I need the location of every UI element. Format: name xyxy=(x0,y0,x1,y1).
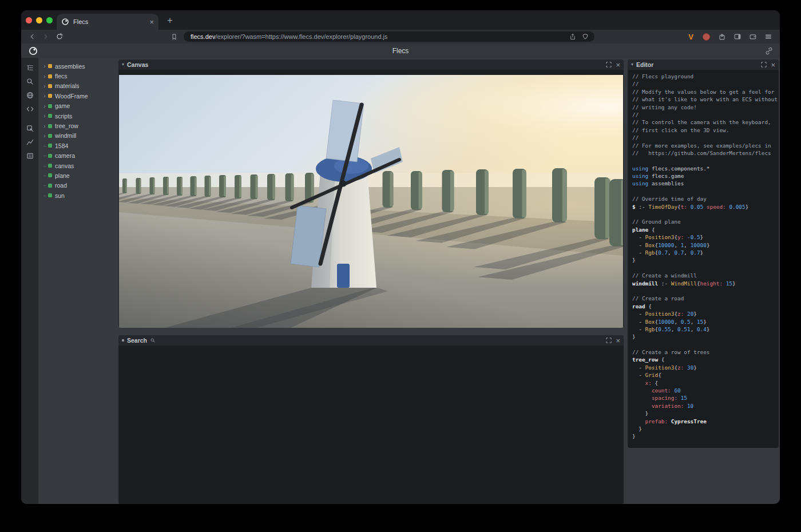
expand-chevron-icon[interactable]: › xyxy=(42,83,47,89)
extensions-menu-button[interactable] xyxy=(717,32,727,42)
expand-chevron-icon[interactable]: › xyxy=(42,93,47,99)
canvas-3d-scene[interactable] xyxy=(119,75,623,328)
editor-code[interactable]: // Flecs playground//// Modify the value… xyxy=(628,70,779,443)
wallet-icon xyxy=(749,33,757,41)
tree-item-canvas[interactable]: –canvas xyxy=(42,161,118,170)
code-token: height: xyxy=(700,280,726,287)
brave-vpn-button[interactable]: V xyxy=(686,32,696,42)
code-token: spacing: xyxy=(652,395,681,401)
reload-button[interactable] xyxy=(54,31,65,42)
tree-item-label: canvas xyxy=(55,162,74,169)
code-token: 30 xyxy=(687,364,693,371)
tree-item-game[interactable]: ›game xyxy=(42,101,118,111)
editor-close-icon[interactable]: × xyxy=(771,61,775,69)
new-tab-button[interactable]: + xyxy=(164,14,176,26)
brave-shields-button[interactable] xyxy=(581,32,590,41)
code-token: - xyxy=(632,249,645,256)
code-token: , xyxy=(684,242,690,248)
code-line: // For more examples, see examples/plecs… xyxy=(632,142,774,149)
sidebar-toggle-button[interactable] xyxy=(732,32,742,42)
collapse-dot-icon[interactable] xyxy=(122,339,124,342)
share-button[interactable] xyxy=(568,32,577,41)
expand-chevron-icon[interactable]: › xyxy=(42,133,47,139)
world-tab-button[interactable] xyxy=(23,90,36,100)
zoom-window-button[interactable] xyxy=(46,17,53,23)
expand-chevron-icon[interactable]: › xyxy=(42,113,47,119)
tab-close-icon[interactable]: × xyxy=(149,18,154,26)
tree-item-sun[interactable]: –sun xyxy=(42,190,118,200)
search-fullscreen-button[interactable] xyxy=(605,336,613,344)
tree-item-materials[interactable]: ›materials xyxy=(42,81,118,91)
close-window-button[interactable] xyxy=(26,17,32,23)
bookmark-button[interactable] xyxy=(169,31,179,42)
code-line: // writing any code! xyxy=(632,104,774,111)
expand-chevron-icon[interactable]: › xyxy=(42,73,47,80)
address-bar[interactable]: flecs.dev/explorer/?wasm=https://www.fle… xyxy=(184,31,594,42)
entity-tree: ›assemblies›flecs›materials›WoodFrame›ga… xyxy=(38,58,118,504)
browser-menu-button[interactable] xyxy=(763,32,773,42)
editor-tab-button[interactable] xyxy=(23,104,36,114)
expand-chevron-icon[interactable]: › xyxy=(42,123,47,129)
search-results-area[interactable] xyxy=(118,346,624,504)
canvas-panel-header[interactable]: ▾ Canvas × xyxy=(118,59,624,70)
back-button[interactable] xyxy=(27,31,37,42)
query-tab-button[interactable] xyxy=(23,76,36,86)
browser-tab-flecs[interactable]: Flecs × xyxy=(57,14,158,30)
code-token: 10000 xyxy=(658,319,674,325)
entity-square-icon xyxy=(48,193,52,197)
code-token: speed: xyxy=(707,204,729,210)
tree-item-label: assemblies xyxy=(55,63,85,70)
entity-square-icon xyxy=(48,184,52,188)
code-line: road { xyxy=(632,303,774,310)
tree-item-flecs[interactable]: ›flecs xyxy=(42,71,118,81)
tree-item-label: flecs xyxy=(55,73,68,80)
editor-fullscreen-button[interactable] xyxy=(760,61,768,69)
editor-panel-header[interactable]: ▾ Editor × xyxy=(628,59,779,70)
tree-item-label: WoodFrame xyxy=(55,93,88,100)
code-line: } xyxy=(632,256,774,264)
canvas-close-icon[interactable]: × xyxy=(616,61,620,69)
code-line: - Rgb{0.7, 0.7, 0.7} xyxy=(632,249,774,256)
code-token: 0.51 xyxy=(677,326,691,332)
memory-tab-button[interactable] xyxy=(23,150,36,161)
tree-item-scripts[interactable]: ›scripts xyxy=(42,111,118,121)
search-panel-header[interactable]: Search × xyxy=(118,335,624,346)
expand-chevron-icon[interactable]: › xyxy=(42,103,47,109)
code-line: } xyxy=(632,432,774,440)
tree-item-plane[interactable]: –plane xyxy=(42,170,118,180)
forward-button[interactable] xyxy=(41,31,51,42)
search-magnifier-icon xyxy=(150,338,156,343)
tree-item-label: sun xyxy=(55,192,65,199)
tree-item-tree_row[interactable]: ›tree_row xyxy=(42,121,118,130)
code-token: , xyxy=(684,249,690,256)
code-token: // To control the camera with the keyboa… xyxy=(632,119,771,125)
code-token: - xyxy=(632,364,645,371)
page-title: Flecs xyxy=(21,47,780,55)
forward-arrow-icon xyxy=(42,33,50,41)
search-close-icon[interactable]: × xyxy=(616,337,620,344)
code-token: :- xyxy=(658,280,671,287)
tree-item-WoodFrame[interactable]: ›WoodFrame xyxy=(42,91,118,101)
statistics-tab-button[interactable] xyxy=(23,137,36,147)
minimize-window-button[interactable] xyxy=(36,17,42,23)
expand-chevron-icon[interactable]: › xyxy=(42,63,47,69)
search-panel: Search × xyxy=(118,335,624,504)
wallet-button[interactable] xyxy=(748,32,758,42)
tree-item-road[interactable]: –road xyxy=(42,181,118,190)
tree-item-camera[interactable]: –camera xyxy=(42,151,118,161)
extension-button[interactable] xyxy=(701,32,711,42)
inspector-tab-button[interactable] xyxy=(23,123,36,133)
canvas-fullscreen-button[interactable] xyxy=(605,61,613,69)
tree-item-windmill[interactable]: ›windmill xyxy=(42,131,118,141)
back-arrow-icon xyxy=(28,33,36,41)
code-line: } xyxy=(632,333,774,340)
code-token: // Flecs playground xyxy=(632,73,693,80)
outliner-tab-button[interactable] xyxy=(23,62,36,73)
tree-item-1584[interactable]: –1584 xyxy=(42,141,118,150)
tree-item-assemblies[interactable]: ›assemblies xyxy=(42,61,118,71)
code-line: // Flecs playground xyxy=(632,73,774,80)
code-token: , xyxy=(668,249,674,256)
collapse-chevron-icon[interactable]: ▾ xyxy=(122,62,124,67)
canvas-body xyxy=(118,75,624,328)
collapse-chevron-icon[interactable]: ▾ xyxy=(631,62,633,67)
